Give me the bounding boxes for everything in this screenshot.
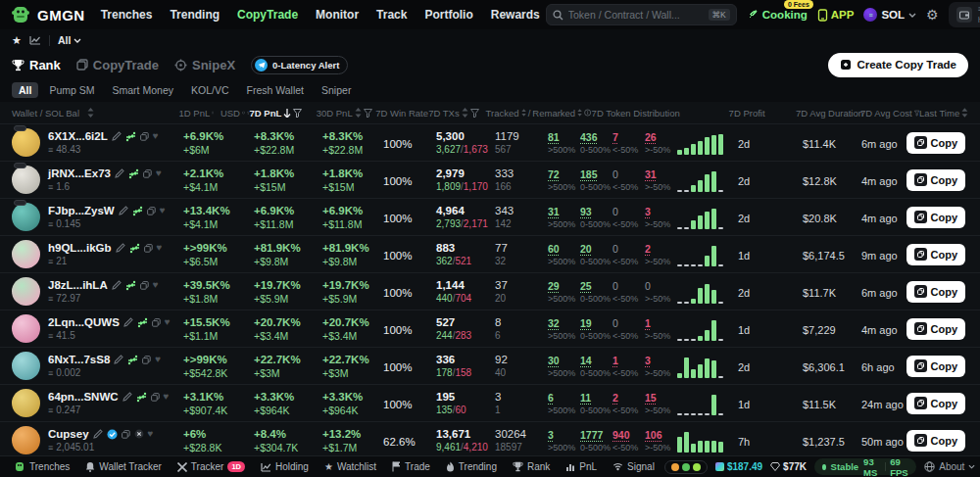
copy-wallet-icon[interactable] — [122, 430, 130, 439]
app-button[interactable]: APP — [817, 9, 855, 22]
dist-link[interactable]: 29 — [548, 280, 580, 292]
avatar[interactable] — [12, 240, 40, 268]
filter-all[interactable]: All — [12, 82, 38, 98]
edit-icon[interactable] — [122, 392, 132, 402]
heart-icon[interactable]: ♥ — [160, 206, 166, 215]
dist-link[interactable]: 0 — [612, 168, 645, 180]
brand[interactable]: GMGN — [10, 4, 85, 25]
dist-link[interactable]: 11 — [580, 392, 612, 404]
copy-button[interactable]: Copy — [906, 207, 966, 228]
avatar[interactable] — [12, 128, 40, 157]
copy-wallet-icon[interactable] — [144, 244, 153, 253]
header-7d-pnl[interactable]: 7D PnL — [250, 108, 317, 119]
copy-wallet-icon[interactable] — [151, 393, 160, 402]
dist-link[interactable]: 7 — [612, 131, 645, 143]
preset-pill[interactable] — [664, 460, 708, 474]
avatar[interactable] — [12, 352, 40, 380]
copy-wallet-icon[interactable] — [140, 132, 149, 141]
dist-link[interactable]: 2 — [612, 392, 645, 404]
bottombar-holding[interactable]: Holding — [255, 461, 315, 472]
wallet-address[interactable]: h9QL...ikGb — [48, 242, 112, 254]
filter-pump-sm[interactable]: Pump SM — [42, 82, 101, 98]
bottombar-trenches[interactable]: Trenches — [8, 461, 75, 472]
x-circle-icon[interactable] — [134, 429, 144, 439]
wallet-address[interactable]: FJbp...ZysW — [48, 205, 115, 216]
filter-funnel-icon[interactable] — [470, 109, 479, 118]
dist-link[interactable]: 93 — [580, 206, 612, 217]
filter-funnel-icon[interactable] — [293, 109, 302, 118]
filter-sniper[interactable]: Sniper — [315, 82, 358, 98]
nav-portfolio[interactable]: Portfolio — [424, 8, 472, 22]
wallet-address[interactable]: 2Lqn...QUWS — [48, 316, 120, 328]
dist-link[interactable]: 940 — [612, 429, 645, 441]
nav-trending[interactable]: Trending — [170, 8, 220, 22]
header-wallet[interactable]: Wallet / SOL Bal — [12, 108, 179, 119]
heart-icon[interactable]: ♥ — [165, 317, 171, 327]
tab-snipex[interactable]: SnipeX — [174, 58, 235, 72]
dist-link[interactable]: 0 — [612, 280, 645, 292]
all-dropdown[interactable]: All — [58, 34, 81, 46]
heart-icon[interactable]: ♥ — [156, 168, 162, 178]
nav-monitor[interactable]: Monitor — [316, 8, 359, 22]
dist-link[interactable]: 26 — [645, 131, 677, 143]
cooking-button[interactable]: 0 Fees Cooking — [747, 9, 808, 21]
wallet-address[interactable]: 64pn...SNWC — [48, 391, 119, 403]
create-copy-trade-button[interactable]: Create Copy Trade — [828, 53, 968, 77]
filter-funnel-icon[interactable] — [364, 109, 372, 118]
bottombar-tracker[interactable]: Tracker 1D — [172, 461, 251, 472]
bottombar-wallet-tracker[interactable]: Wallet Tracker — [79, 461, 168, 472]
bottombar-trending[interactable]: Trending — [440, 461, 503, 472]
header-tracked-remarked[interactable]: Tracked/Remarked — [486, 108, 592, 119]
dist-link[interactable]: 81 — [548, 131, 580, 143]
bottombar-signal[interactable]: Signal — [607, 461, 661, 472]
avatar[interactable] — [12, 166, 40, 194]
wallet-address[interactable]: 6X1X...6i2L — [48, 130, 108, 142]
dist-link[interactable]: 1777 — [580, 429, 612, 441]
copy-button[interactable]: Copy — [906, 132, 966, 154]
copy-wallet-icon[interactable] — [152, 318, 161, 327]
edit-icon[interactable] — [114, 355, 123, 364]
dist-link[interactable]: 19 — [580, 317, 612, 329]
header-win-rate[interactable]: 7D Win Rate — [375, 108, 428, 119]
bottombar-trade[interactable]: Trade — [386, 461, 436, 472]
copy-button[interactable]: Copy — [906, 430, 966, 452]
wallet-address[interactable]: Cupsey — [48, 428, 89, 440]
dist-link[interactable]: 0 — [645, 280, 677, 292]
dist-link[interactable]: 436 — [580, 131, 612, 143]
bottombar-watchlist[interactable]: ★ Watchlist — [318, 461, 382, 472]
zero-latency-alert-button[interactable]: 0-Latency Alert — [251, 56, 348, 74]
avatar[interactable] — [12, 203, 40, 231]
nav-rewards[interactable]: Rewards — [491, 8, 540, 22]
wallet-address[interactable]: J8zL...ihLA — [48, 279, 108, 291]
heart-icon[interactable]: ♥ — [153, 280, 159, 290]
tab-rank[interactable]: Rank — [12, 58, 61, 72]
copy-button[interactable]: Copy — [906, 169, 966, 191]
settings-gear-icon[interactable]: ⚙ — [926, 8, 939, 22]
dist-link[interactable]: 15 — [645, 392, 677, 404]
header-30d-pnl[interactable]: 30D PnL — [317, 108, 375, 119]
avatar[interactable] — [12, 389, 40, 417]
bottombar-pnl[interactable]: PnL — [560, 461, 603, 472]
copy-wallet-icon[interactable] — [142, 356, 151, 364]
heart-icon[interactable]: ♥ — [164, 392, 170, 402]
nav-trenches[interactable]: Trenches — [101, 8, 153, 22]
wallet-address[interactable]: 6NxT...7sS8 — [48, 354, 110, 365]
edit-icon[interactable] — [116, 243, 125, 253]
wallet-address[interactable]: jRNX...Ex73 — [48, 167, 111, 179]
filter-fresh-wallet[interactable]: Fresh Wallet — [239, 82, 311, 98]
header-1d-pnl[interactable]: 1D PnL USD — [179, 108, 250, 119]
portfolio-value[interactable]: $187.49 — [715, 461, 762, 472]
copy-button[interactable]: Copy — [906, 393, 966, 414]
currency-toggle-icon[interactable] — [242, 108, 245, 118]
gas-value[interactable]: $77K — [770, 461, 807, 472]
chain-selector[interactable]: ≡ SOL — [863, 8, 916, 22]
dist-link[interactable]: 185 — [580, 168, 612, 180]
heart-icon[interactable]: ♥ — [148, 429, 154, 439]
nav-track[interactable]: Track — [376, 8, 407, 22]
dist-link[interactable]: 106 — [645, 429, 677, 441]
dist-link[interactable]: 2 — [645, 243, 677, 255]
bottombar-rank[interactable]: Rank — [507, 461, 556, 472]
tab-copytrade[interactable]: CopyTrade — [76, 58, 159, 72]
dist-link[interactable]: 72 — [548, 168, 580, 180]
filter-kol-vc[interactable]: KOL/VC — [184, 82, 236, 98]
